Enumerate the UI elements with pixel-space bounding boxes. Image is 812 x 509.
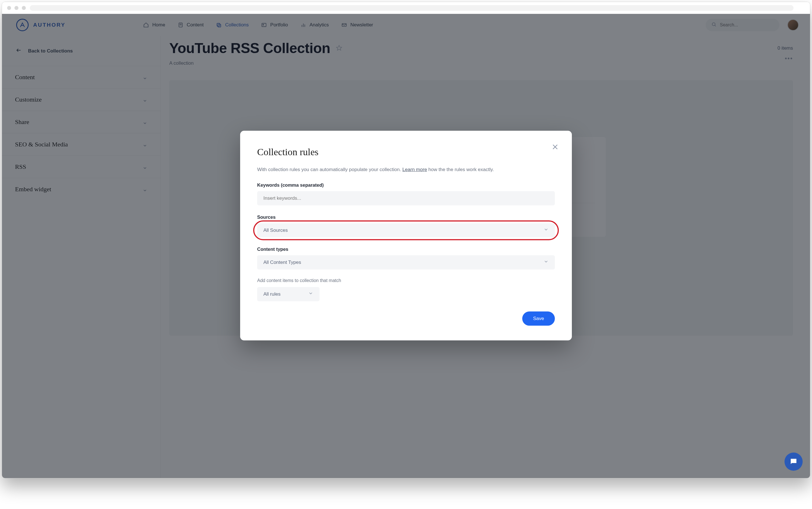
learn-more-link[interactable]: Learn more	[402, 167, 427, 172]
types-value: All Content Types	[263, 259, 301, 265]
chat-fab[interactable]	[784, 452, 803, 471]
save-button[interactable]: Save	[522, 311, 555, 326]
window-close-dot[interactable]	[7, 6, 11, 10]
modal-title: Collection rules	[257, 147, 555, 158]
collection-rules-modal: Collection rules With collection rules y…	[240, 131, 572, 340]
types-label: Content types	[257, 246, 555, 252]
window-max-dot[interactable]	[22, 6, 26, 10]
window-min-dot[interactable]	[14, 6, 19, 10]
sources-select[interactable]: All Sources	[257, 223, 555, 237]
chevron-down-icon	[544, 259, 549, 266]
content-types-select[interactable]: All Content Types	[257, 255, 555, 269]
match-label: Add content items to collection that mat…	[257, 278, 555, 283]
keywords-input[interactable]	[257, 191, 555, 205]
modal-description: With collection rules you can automatica…	[257, 166, 555, 173]
keywords-label: Keywords (comma separated)	[257, 182, 555, 188]
chevron-down-icon	[308, 291, 313, 297]
sources-label: Sources	[257, 214, 555, 219]
window-controls	[7, 6, 26, 10]
chevron-down-icon	[544, 227, 549, 234]
browser-titlebar	[2, 2, 810, 14]
sources-value: All Sources	[263, 227, 288, 233]
close-icon[interactable]	[551, 143, 559, 151]
address-bar[interactable]	[30, 5, 793, 11]
match-select[interactable]: All rules	[257, 287, 320, 301]
match-value: All rules	[263, 291, 281, 297]
